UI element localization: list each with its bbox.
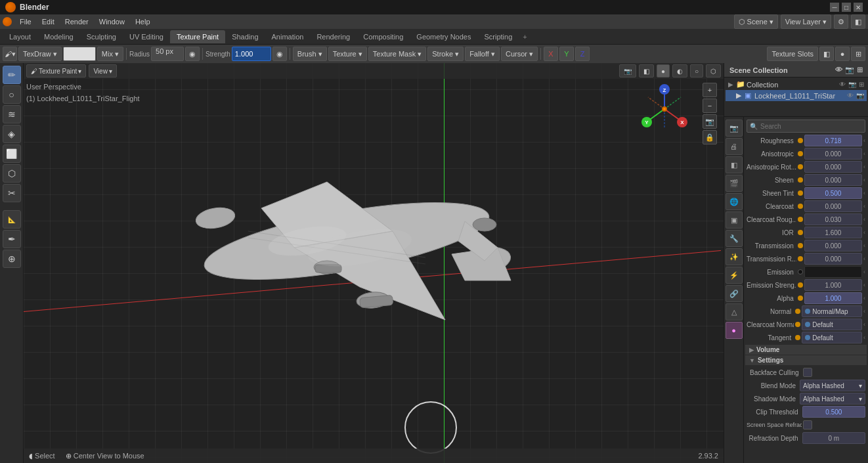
lock-button[interactable]: 🔒 [703, 130, 717, 144]
prop-field-1[interactable]: 0.000 [804, 148, 862, 160]
minimize-button[interactable]: ─ [830, 3, 839, 12]
collection-cam-icon[interactable]: 📷 [848, 81, 856, 88]
scene-selector[interactable]: ⬡ Scene ▾ [734, 14, 778, 29]
falloff-button[interactable]: Falloff ▾ [465, 47, 500, 61]
prop-chevron-13[interactable]: ‹ [863, 308, 865, 315]
zoom-out-button[interactable]: − [703, 99, 717, 113]
radius-value[interactable]: 50 px [151, 47, 184, 61]
tool-name-button[interactable]: TexDraw ▾ [18, 47, 62, 61]
viewport-shading-icon[interactable]: ◧ [851, 14, 865, 29]
tab-scripting[interactable]: Scripting [477, 30, 519, 43]
draw-tool-button[interactable]: ✏ [3, 66, 21, 84]
annotate-tool-button[interactable]: ✒ [3, 230, 21, 248]
close-button[interactable]: ✕ [854, 3, 863, 12]
stroke-button[interactable]: Stroke ▾ [427, 47, 464, 61]
collection-item[interactable]: ▶ 📁 Collection 👁 📷 ⊞ [726, 79, 867, 90]
prop-chevron-4[interactable]: ‹ [863, 190, 865, 196]
viewport-camera-icon[interactable]: 📷 [619, 64, 636, 77]
y-axis-button[interactable]: Y [559, 47, 574, 61]
clip-threshold-value[interactable]: 0.500 [802, 406, 865, 418]
volume-section-header[interactable]: ▶ Volume [745, 345, 867, 355]
prop-chevron-12[interactable]: ‹ [863, 295, 865, 301]
strength-lock-icon[interactable]: ◉ [272, 47, 287, 61]
soften-tool-button[interactable]: ○ [3, 85, 21, 104]
texture-mask-button[interactable]: Texture Mask ▾ [368, 47, 426, 61]
zoom-in-button[interactable]: + [703, 83, 717, 97]
viewport[interactable]: 🖌 Texture Paint ▾ View ▾ 📷 ◧ ● ◐ ○ ⬡ Use… [24, 63, 724, 463]
prop-field-0[interactable]: 0.718 [804, 135, 862, 146]
refraction-depth-value[interactable]: 0 m [802, 432, 865, 444]
eye-icon[interactable]: 👁 [835, 66, 842, 74]
color-picker[interactable] [63, 47, 96, 61]
prop-field-15[interactable]: Default [802, 332, 862, 343]
viewport-shading-solid[interactable]: ● [657, 64, 670, 77]
prop-field-7[interactable]: 1.600 [804, 227, 862, 238]
camera-button[interactable]: 📷 [703, 114, 717, 129]
blend-mode-button[interactable]: Mix ▾ [97, 47, 123, 61]
menu-help[interactable]: Help [130, 16, 156, 27]
camera-icon[interactable]: 📷 [845, 66, 854, 74]
prop-field-10[interactable] [804, 266, 862, 278]
tab-compositing[interactable]: Compositing [357, 30, 410, 43]
ssr-checkbox[interactable] [803, 420, 812, 430]
prop-field-12[interactable]: 1.000 [804, 292, 862, 304]
menu-edit[interactable]: Edit [37, 16, 60, 27]
backface-culling-checkbox[interactable] [803, 368, 812, 377]
z-axis-button[interactable]: Z [575, 47, 590, 61]
prop-field-8[interactable]: 0.000 [804, 240, 862, 252]
settings-section-header[interactable]: ▼ Settings [745, 355, 867, 365]
prop-field-4[interactable]: 0.500 [804, 187, 862, 199]
modifier-icon[interactable]: 🔧 [726, 230, 743, 247]
blend-mode-dropdown[interactable]: Alpha Hashed ▾ [800, 380, 865, 391]
menu-file[interactable]: File [14, 16, 37, 27]
prop-field-2[interactable]: 0.000 [804, 161, 862, 173]
overlay-icon[interactable]: ◧ [819, 47, 834, 61]
viewport-view-button[interactable]: View ▾ [89, 64, 117, 77]
particles-icon[interactable]: ✨ [726, 248, 743, 265]
tab-layout[interactable]: Layout [3, 30, 37, 43]
material-icon[interactable]: ● [726, 322, 743, 339]
prop-field-5[interactable]: 0.000 [804, 200, 862, 212]
airplane-cam-icon[interactable]: 📷 [856, 92, 864, 99]
object-props-icon[interactable]: ▣ [726, 211, 743, 229]
engine-icon[interactable]: ⚙ [834, 14, 848, 29]
props-search-input[interactable] [760, 123, 862, 130]
prop-chevron-5[interactable]: ‹ [863, 203, 865, 209]
prop-chevron-7[interactable]: ‹ [863, 229, 865, 236]
strength-input[interactable] [232, 47, 271, 61]
prop-field-9[interactable]: 0.000 [804, 253, 862, 265]
filter-icon[interactable]: ⊞ [857, 66, 863, 74]
x-axis-button[interactable]: X [544, 47, 558, 61]
smear-tool-button[interactable]: ≋ [3, 105, 21, 123]
prop-chevron-9[interactable]: ‹ [863, 255, 865, 262]
tab-geometry-nodes[interactable]: Geometry Nodes [410, 30, 477, 43]
viewport-mode-button[interactable]: 🖌 Texture Paint ▾ [26, 64, 86, 77]
prop-chevron-10[interactable]: ‹ [863, 269, 865, 275]
texture-button[interactable]: Texture ▾ [328, 47, 367, 61]
mode-dropdown-button[interactable]: 🖌 ▾ [3, 47, 17, 61]
tab-sculpting[interactable]: Sculpting [80, 30, 123, 43]
prop-field-3[interactable]: 0.000 [804, 174, 862, 186]
mask-tool-button[interactable]: ⬡ [3, 164, 21, 183]
output-props-icon[interactable]: 🖨 [726, 138, 743, 155]
physics-icon[interactable]: ⚡ [726, 267, 743, 284]
prop-chevron-6[interactable]: ‹ [863, 216, 865, 223]
constraints-icon[interactable]: 🔗 [726, 285, 743, 302]
prop-field-13[interactable]: Normal/Map [802, 305, 862, 317]
prop-field-14[interactable]: Default [802, 319, 862, 330]
menu-window[interactable]: Window [94, 16, 130, 27]
prop-chevron-14[interactable]: ‹ [863, 321, 865, 328]
viewport-shading-rendered[interactable]: ○ [690, 64, 703, 77]
cursor-button[interactable]: Cursor ▾ [501, 47, 538, 61]
prop-chevron-1[interactable]: ‹ [863, 150, 865, 157]
prop-chevron-0[interactable]: ‹ [863, 137, 865, 144]
collection-filt-icon[interactable]: ⊞ [859, 81, 864, 88]
tab-shading[interactable]: Shading [225, 30, 265, 43]
radius-lock-icon[interactable]: ◉ [185, 47, 200, 61]
viewport-shading-material[interactable]: ◐ [672, 64, 687, 77]
tab-texture-paint[interactable]: Texture Paint [170, 30, 225, 43]
tab-uv-editing[interactable]: UV Editing [123, 30, 170, 43]
viewport-shading-wire[interactable]: ⬡ [706, 64, 721, 77]
measure-tool-button[interactable]: 📐 [3, 210, 21, 229]
prop-chevron-11[interactable]: ‹ [863, 282, 865, 288]
